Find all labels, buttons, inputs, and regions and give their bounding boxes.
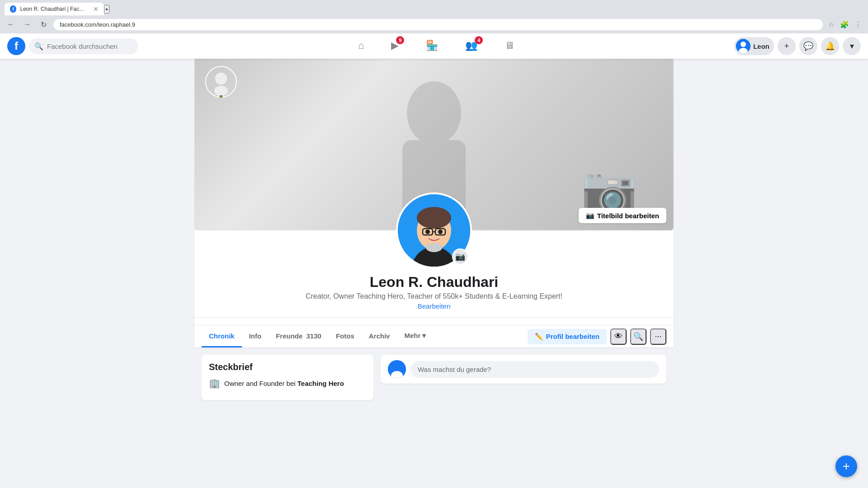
svg-point-3 (407, 81, 461, 145)
search-icon: 🔍 (34, 42, 43, 51)
menu-chevron-icon: ▾ (850, 41, 854, 51)
work-icon: 🏢 (209, 378, 220, 389)
menu-button[interactable]: ▾ (843, 37, 861, 55)
main-nav: ⌂ ▶ 9 🏪 👥 4 🖥 (142, 33, 731, 59)
svg-point-17 (426, 243, 442, 252)
browser-chrome: f Leon R. Chaudhari | Facebook ✕ + ← → ↻… (0, 0, 868, 33)
tab-title: Leon R. Chaudhari | Facebook (20, 6, 87, 12)
company-name: Teaching Hero (297, 380, 344, 387)
avatar-camera-button[interactable]: 📷 (452, 249, 468, 265)
tab-archiv[interactable]: Archiv (362, 326, 397, 347)
tab-close-button[interactable]: ✕ (93, 5, 99, 13)
back-button[interactable]: ← (5, 18, 17, 31)
new-tab-button[interactable]: + (104, 5, 109, 14)
active-tab[interactable]: f Leon R. Chaudhari | Facebook ✕ (5, 3, 104, 15)
svg-point-15 (425, 230, 430, 234)
composer-avatar (388, 360, 406, 378)
facebook-header: f 🔍 ⌂ ▶ 9 🏪 👥 4 🖥 (0, 33, 868, 59)
user-menu-button[interactable]: Leon (734, 37, 774, 55)
bookmark-icon[interactable]: ☆ (828, 20, 835, 29)
bio-edit-link[interactable]: Bearbeiten (418, 302, 451, 310)
profile-name: Leon R. Chaudhari (370, 274, 498, 291)
add-button[interactable]: + (778, 37, 796, 55)
messenger-icon: 💬 (803, 41, 813, 51)
browser-addressbar: ← → ↻ ☆ 🧩 ⋮ (0, 15, 868, 33)
nav-groups[interactable]: 👥 4 (452, 33, 491, 59)
search-profile-button[interactable]: 🔍 (630, 328, 646, 345)
add-icon: + (784, 42, 789, 51)
search-bar[interactable]: 🔍 (29, 38, 138, 54)
profile-header-section: 📷 Leon R. Chaudhari Creator, Owner Teach… (194, 230, 674, 347)
steckbrief-title: Steckbrief (209, 362, 366, 372)
notifications-icon: 🔔 (825, 41, 835, 51)
more-dots-icon: ··· (655, 332, 661, 341)
svg-point-7 (214, 85, 228, 96)
more-actions-button[interactable]: ··· (650, 328, 666, 345)
view-as-button[interactable]: 👁 (610, 328, 627, 345)
tab-mehr[interactable]: Mehr ▾ (397, 325, 433, 347)
marketplace-icon: 🏪 (426, 40, 438, 52)
steckbrief-card: Steckbrief 🏢 Owner and Founder bei Teach… (202, 355, 373, 400)
profile-identity: 📷 Leon R. Chaudhari Creator, Owner Teach… (194, 230, 674, 347)
edit-profile-button[interactable]: ✏️ Profil bearbeiten (528, 329, 607, 344)
browser-actions: ☆ 🧩 ⋮ (826, 20, 863, 29)
divider (194, 317, 674, 318)
user-name-label: Leon (753, 42, 769, 50)
notifications-button[interactable]: 🔔 (821, 37, 839, 55)
friends-count: 3130 (307, 332, 321, 340)
profile-content: Steckbrief 🏢 Owner and Founder bei Teach… (194, 355, 674, 400)
user-avatar (736, 39, 750, 53)
cover-photo-edit-button[interactable]: 📷 Titelbild bearbeiten (579, 208, 666, 223)
groups-badge: 4 (475, 36, 483, 44)
svg-point-6 (215, 72, 227, 85)
url-bar[interactable] (53, 19, 823, 30)
facebook-logo: f (7, 37, 25, 55)
camera-small-icon: 📷 (455, 252, 465, 262)
browser-menu-icon[interactable]: ⋮ (854, 20, 862, 29)
plus-icon: + (843, 459, 850, 474)
svg-point-1 (741, 42, 746, 47)
camera-icon: 📷 (586, 211, 594, 220)
tab-info[interactable]: Info (242, 326, 269, 347)
steckbrief-work-text: Owner and Founder bei Teaching Hero (224, 380, 344, 387)
post-input[interactable]: Was machst du gerade? (410, 361, 659, 378)
tab-freunde[interactable]: Freunde 3130 (269, 326, 329, 347)
nav-video[interactable]: ▶ 9 (377, 33, 412, 59)
refresh-button[interactable]: ↻ (37, 18, 50, 31)
steckbrief-work-item: 🏢 Owner and Founder bei Teaching Hero (209, 378, 366, 389)
svg-point-16 (438, 230, 443, 234)
avatar-container: 📷 (396, 192, 472, 268)
tab-favicon: f (10, 5, 16, 13)
tab-chronik[interactable]: Chronik (202, 326, 242, 347)
eye-icon: 👁 (614, 332, 623, 341)
pencil-icon: ✏️ (535, 333, 543, 341)
home-icon: ⌂ (358, 40, 364, 52)
right-column: Was machst du gerade? (381, 355, 666, 400)
browser-tabs: f Leon R. Chaudhari | Facebook ✕ + (0, 0, 868, 15)
mehr-dropdown-icon: ▾ (422, 332, 426, 339)
header-right: Leon + 💬 🔔 ▾ (734, 37, 861, 55)
gaming-icon: 🖥 (505, 40, 514, 52)
floating-add-button[interactable]: + (835, 455, 857, 477)
nav-gaming[interactable]: 🖥 (491, 33, 528, 59)
profile-page: 📷 🥷 📷 Titelbild bearbeiten (0, 59, 868, 488)
profile-action-buttons: ✏️ Profil bearbeiten 👁 🔍 ··· (528, 328, 666, 345)
search-input[interactable] (47, 42, 133, 50)
video-badge: 9 (396, 36, 404, 44)
messenger-button[interactable]: 💬 (799, 37, 817, 55)
corner-logo: 🥷 (205, 66, 237, 98)
post-composer: Was machst du gerade? (381, 355, 666, 384)
extensions-icon[interactable]: 🧩 (840, 20, 849, 29)
forward-button[interactable]: → (21, 18, 33, 31)
profile-bio: Creator, Owner Teaching Hero, Teacher of… (306, 292, 562, 300)
tab-fotos[interactable]: Fotos (329, 326, 362, 347)
nav-marketplace[interactable]: 🏪 (412, 33, 452, 59)
svg-point-11 (417, 207, 451, 229)
svg-text:🥷: 🥷 (219, 95, 223, 98)
search-profile-icon: 🔍 (633, 332, 643, 342)
nav-home[interactable]: ⌂ (344, 33, 377, 59)
profile-tabs: Chronik Info Freunde 3130 Fotos Archiv M… (194, 325, 674, 347)
left-column: Steckbrief 🏢 Owner and Founder bei Teach… (202, 355, 373, 400)
